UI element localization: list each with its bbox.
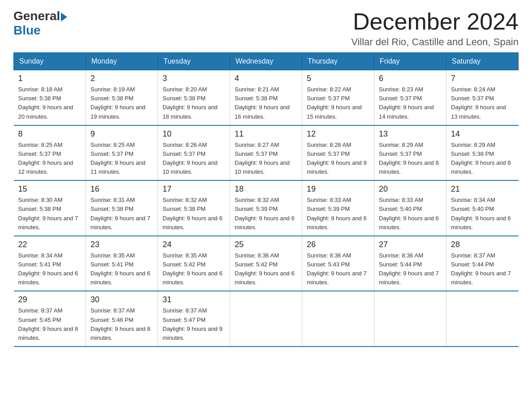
day-info: Sunrise: 8:29 AM Sunset: 5:37 PM Dayligh… [379,141,442,177]
calendar-day-cell: 16 Sunrise: 8:31 AM Sunset: 5:38 PM Dayl… [86,180,158,236]
calendar-day-cell: 31 Sunrise: 8:37 AM Sunset: 5:47 PM Dayl… [158,291,230,347]
calendar-day-header: Sunday [14,53,86,70]
calendar-week-row: 8 Sunrise: 8:25 AM Sunset: 5:37 PM Dayli… [14,125,519,181]
calendar-day-cell: 8 Sunrise: 8:25 AM Sunset: 5:37 PM Dayli… [14,125,86,181]
calendar-header-row: SundayMondayTuesdayWednesdayThursdayFrid… [14,53,519,70]
day-number: 25 [235,240,297,249]
day-info: Sunrise: 8:37 AM Sunset: 5:47 PM Dayligh… [163,306,225,342]
day-info: Sunrise: 8:37 AM Sunset: 5:46 PM Dayligh… [90,306,153,342]
day-number: 29 [18,295,82,304]
calendar-day-cell: 13 Sunrise: 8:29 AM Sunset: 5:37 PM Dayl… [374,125,446,181]
day-number: 10 [163,129,225,139]
day-info: Sunrise: 8:18 AM Sunset: 5:38 PM Dayligh… [18,85,82,121]
day-number: 8 [18,129,82,139]
calendar-day-cell: 27 Sunrise: 8:36 AM Sunset: 5:44 PM Dayl… [374,236,446,291]
calendar-day-cell: 26 Sunrise: 8:36 AM Sunset: 5:43 PM Dayl… [302,236,374,291]
day-number: 19 [307,184,369,194]
logo-text-blue: Blue [13,23,67,38]
page-subtitle: Villar del Rio, Castille and Leon, Spain [351,36,519,48]
day-info: Sunrise: 8:23 AM Sunset: 5:37 PM Dayligh… [379,85,442,121]
calendar-day-cell: 19 Sunrise: 8:33 AM Sunset: 5:39 PM Dayl… [302,180,374,236]
calendar-day-cell: 4 Sunrise: 8:21 AM Sunset: 5:38 PM Dayli… [230,70,302,125]
day-number: 20 [379,184,442,194]
calendar-day-cell: 21 Sunrise: 8:34 AM Sunset: 5:40 PM Dayl… [446,180,519,236]
day-number: 4 [235,74,297,83]
title-block: December 2024 Villar del Rio, Castille a… [351,9,519,48]
day-info: Sunrise: 8:20 AM Sunset: 5:38 PM Dayligh… [163,85,225,121]
page-header: General Blue December 2024 Villar del Ri… [13,9,519,48]
day-number: 16 [90,184,153,194]
day-number: 1 [18,74,82,83]
day-number: 13 [379,129,442,139]
day-info: Sunrise: 8:32 AM Sunset: 5:39 PM Dayligh… [235,196,297,232]
day-info: Sunrise: 8:25 AM Sunset: 5:37 PM Dayligh… [90,141,153,177]
calendar-day-cell: 29 Sunrise: 8:37 AM Sunset: 5:45 PM Dayl… [14,291,86,347]
day-number: 23 [90,240,153,249]
day-number: 24 [163,240,225,249]
day-info: Sunrise: 8:35 AM Sunset: 5:42 PM Dayligh… [163,251,225,287]
calendar-day-cell: 5 Sunrise: 8:22 AM Sunset: 5:37 PM Dayli… [302,70,374,125]
day-info: Sunrise: 8:28 AM Sunset: 5:37 PM Dayligh… [307,141,369,177]
calendar-table: SundayMondayTuesdayWednesdayThursdayFrid… [13,52,519,347]
day-number: 15 [18,184,82,194]
calendar-day-header: Tuesday [158,53,230,70]
calendar-day-cell [446,291,519,347]
day-number: 7 [451,74,514,83]
day-info: Sunrise: 8:36 AM Sunset: 5:43 PM Dayligh… [307,251,369,287]
calendar-day-cell [302,291,374,347]
day-info: Sunrise: 8:37 AM Sunset: 5:45 PM Dayligh… [18,306,82,342]
day-number: 3 [163,74,225,83]
calendar-day-header: Wednesday [230,53,302,70]
logo-arrow-icon [61,13,67,21]
calendar-day-header: Monday [86,53,158,70]
calendar-day-cell: 2 Sunrise: 8:19 AM Sunset: 5:38 PM Dayli… [86,70,158,125]
calendar-day-cell: 15 Sunrise: 8:30 AM Sunset: 5:38 PM Dayl… [14,180,86,236]
day-number: 30 [90,295,153,304]
calendar-day-cell [374,291,446,347]
calendar-day-cell: 23 Sunrise: 8:35 AM Sunset: 5:41 PM Dayl… [86,236,158,291]
calendar-day-cell: 28 Sunrise: 8:37 AM Sunset: 5:44 PM Dayl… [446,236,519,291]
day-number: 26 [307,240,369,249]
calendar-day-cell: 30 Sunrise: 8:37 AM Sunset: 5:46 PM Dayl… [86,291,158,347]
logo-text-general: General [13,9,60,23]
day-number: 21 [451,184,514,194]
day-info: Sunrise: 8:19 AM Sunset: 5:38 PM Dayligh… [90,85,153,121]
day-number: 6 [379,74,442,83]
calendar-day-cell: 25 Sunrise: 8:36 AM Sunset: 5:42 PM Dayl… [230,236,302,291]
day-info: Sunrise: 8:31 AM Sunset: 5:38 PM Dayligh… [90,196,153,232]
calendar-day-cell: 10 Sunrise: 8:26 AM Sunset: 5:37 PM Dayl… [158,125,230,181]
calendar-week-row: 15 Sunrise: 8:30 AM Sunset: 5:38 PM Dayl… [14,180,519,236]
day-info: Sunrise: 8:34 AM Sunset: 5:41 PM Dayligh… [18,251,82,287]
calendar-day-header: Friday [374,53,446,70]
day-number: 2 [90,74,153,83]
calendar-day-header: Thursday [302,53,374,70]
calendar-day-cell [230,291,302,347]
day-number: 14 [451,129,514,139]
day-number: 18 [235,184,297,194]
day-info: Sunrise: 8:37 AM Sunset: 5:44 PM Dayligh… [451,251,514,287]
calendar-day-cell: 11 Sunrise: 8:27 AM Sunset: 5:37 PM Dayl… [230,125,302,181]
day-info: Sunrise: 8:36 AM Sunset: 5:42 PM Dayligh… [235,251,297,287]
day-info: Sunrise: 8:25 AM Sunset: 5:37 PM Dayligh… [18,141,82,177]
day-number: 9 [90,129,153,139]
calendar-week-row: 22 Sunrise: 8:34 AM Sunset: 5:41 PM Dayl… [14,236,519,291]
calendar-day-cell: 6 Sunrise: 8:23 AM Sunset: 5:37 PM Dayli… [374,70,446,125]
day-number: 5 [307,74,369,83]
page-title: December 2024 [351,9,519,34]
day-info: Sunrise: 8:29 AM Sunset: 5:38 PM Dayligh… [451,141,514,177]
day-info: Sunrise: 8:24 AM Sunset: 5:37 PM Dayligh… [451,85,514,121]
calendar-day-cell: 9 Sunrise: 8:25 AM Sunset: 5:37 PM Dayli… [86,125,158,181]
day-info: Sunrise: 8:32 AM Sunset: 5:38 PM Dayligh… [163,196,225,232]
day-number: 31 [163,295,225,304]
logo: General Blue [13,9,67,38]
calendar-day-cell: 20 Sunrise: 8:33 AM Sunset: 5:40 PM Dayl… [374,180,446,236]
day-info: Sunrise: 8:26 AM Sunset: 5:37 PM Dayligh… [163,141,225,177]
calendar-day-cell: 18 Sunrise: 8:32 AM Sunset: 5:39 PM Dayl… [230,180,302,236]
day-number: 28 [451,240,514,249]
calendar-day-cell: 17 Sunrise: 8:32 AM Sunset: 5:38 PM Dayl… [158,180,230,236]
calendar-day-cell: 7 Sunrise: 8:24 AM Sunset: 5:37 PM Dayli… [446,70,519,125]
day-info: Sunrise: 8:22 AM Sunset: 5:37 PM Dayligh… [307,85,369,121]
day-info: Sunrise: 8:33 AM Sunset: 5:40 PM Dayligh… [379,196,442,232]
day-info: Sunrise: 8:36 AM Sunset: 5:44 PM Dayligh… [379,251,442,287]
day-number: 22 [18,240,82,249]
